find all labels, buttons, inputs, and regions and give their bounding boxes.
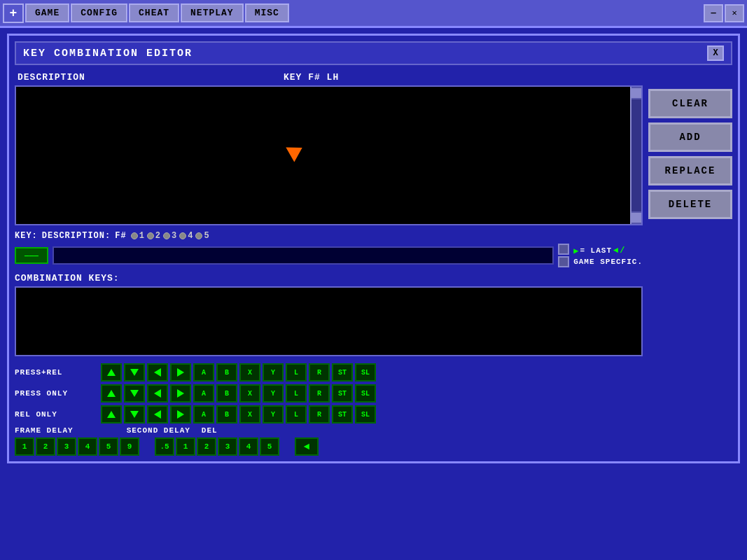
press-rel-y[interactable]: Y bbox=[263, 363, 284, 382]
menu-bar: + GAME CONFIG CHEAT NETPLAY MISC — ✕ bbox=[0, 0, 747, 28]
press-only-a[interactable]: A bbox=[193, 384, 214, 402]
press-only-up[interactable] bbox=[101, 384, 122, 402]
press-only-st[interactable]: ST bbox=[332, 384, 353, 402]
press-rel-a[interactable]: A bbox=[193, 363, 214, 382]
menu-config[interactable]: CONFIG bbox=[71, 4, 127, 22]
up-icon-2 bbox=[107, 390, 116, 397]
minimize-button[interactable]: — bbox=[704, 4, 723, 22]
rel-only-left[interactable] bbox=[147, 405, 168, 424]
press-only-right[interactable] bbox=[170, 384, 191, 402]
delay-buttons-row: 1 2 3 4 5 9 .5 1 2 3 4 5 ◄ bbox=[15, 438, 643, 456]
rel-only-b[interactable]: B bbox=[216, 405, 237, 424]
frame-delay-3[interactable]: 3 bbox=[57, 438, 76, 456]
up-icon bbox=[107, 369, 116, 376]
replace-button[interactable]: REPLACE bbox=[648, 156, 732, 186]
key-value-button[interactable]: ——— bbox=[15, 247, 48, 264]
press-rel-r[interactable]: R bbox=[309, 363, 330, 382]
add-button[interactable]: ADD bbox=[648, 122, 732, 152]
cursor-arrow bbox=[286, 141, 306, 162]
press-only-down[interactable] bbox=[124, 384, 145, 402]
second-delay-3[interactable]: 3 bbox=[218, 438, 237, 456]
vertical-scrollbar[interactable] bbox=[630, 87, 641, 224]
nav-play-icon: ▶ bbox=[573, 246, 578, 256]
delay-back-button[interactable]: ◄ bbox=[295, 438, 319, 456]
scrollbar-thumb-bottom bbox=[631, 213, 641, 223]
press-only-label: PRESS ONLY bbox=[15, 389, 99, 398]
rel-only-x[interactable]: X bbox=[239, 405, 260, 424]
frame-delay-4[interactable]: 4 bbox=[78, 438, 97, 456]
clear-button[interactable]: CLEAR bbox=[648, 89, 732, 118]
col-description-header: DESCRIPTION bbox=[18, 72, 284, 83]
right-icon-2 bbox=[177, 389, 184, 398]
description-input[interactable] bbox=[53, 246, 554, 265]
press-only-y[interactable]: Y bbox=[263, 384, 284, 402]
press-rel-down[interactable] bbox=[124, 363, 145, 382]
press-rel-up[interactable] bbox=[101, 363, 122, 382]
menu-netplay[interactable]: NETPLAY bbox=[181, 4, 244, 22]
scrollbar-thumb-top bbox=[631, 88, 641, 98]
dialog-close-button[interactable]: X bbox=[707, 46, 724, 61]
menu-game[interactable]: GAME bbox=[25, 4, 69, 22]
input-row: ——— ▶ = LAST ◄ / bbox=[15, 244, 643, 267]
press-only-left[interactable] bbox=[147, 384, 168, 402]
title-bar: KEY COMBINATION EDITOR X bbox=[15, 41, 732, 65]
close-window-button[interactable]: ✕ bbox=[725, 4, 744, 22]
second-delay-1[interactable]: 1 bbox=[176, 438, 195, 456]
press-rel-left[interactable] bbox=[147, 363, 168, 382]
list-area bbox=[15, 85, 643, 225]
rel-only-a[interactable]: A bbox=[193, 405, 214, 424]
frame-delay-9[interactable]: 9 bbox=[120, 438, 139, 456]
second-delay-5[interactable]: 5 bbox=[260, 438, 279, 456]
combo-keys-label: COMBINATION KEYS: bbox=[15, 273, 643, 284]
left-icon bbox=[154, 368, 161, 377]
press-only-sl[interactable]: SL bbox=[355, 384, 376, 402]
press-only-l[interactable]: L bbox=[286, 384, 307, 402]
press-only-b[interactable]: B bbox=[216, 384, 237, 402]
checkbox-area bbox=[558, 244, 569, 267]
plus-button[interactable]: + bbox=[3, 4, 24, 23]
rel-only-up[interactable] bbox=[101, 405, 122, 424]
rel-only-y[interactable]: Y bbox=[263, 405, 284, 424]
nav-area: ▶ = LAST ◄ / GAME SPECFIC. bbox=[573, 246, 643, 266]
rel-only-st[interactable]: ST bbox=[332, 405, 353, 424]
press-rel-right[interactable] bbox=[170, 363, 191, 382]
press-rel-label: PRESS+REL bbox=[15, 368, 99, 377]
radio-2[interactable]: 2 bbox=[147, 231, 160, 241]
press-rel-b[interactable]: B bbox=[216, 363, 237, 382]
menu-cheat[interactable]: CHEAT bbox=[129, 4, 179, 22]
radio-group: 1 2 3 4 5 bbox=[131, 231, 209, 241]
press-rel-l[interactable]: L bbox=[286, 363, 307, 382]
down-icon-2 bbox=[130, 390, 139, 397]
rel-only-sl[interactable]: SL bbox=[355, 405, 376, 424]
press-only-r[interactable]: R bbox=[309, 384, 330, 402]
menu-misc[interactable]: MISC bbox=[245, 4, 289, 22]
frame-delay-1[interactable]: 1 bbox=[15, 438, 34, 456]
press-rel-st[interactable]: ST bbox=[332, 363, 353, 382]
checkbox-2[interactable] bbox=[558, 256, 569, 267]
frame-delay-5[interactable]: 5 bbox=[99, 438, 118, 456]
checkbox-1[interactable] bbox=[558, 244, 569, 255]
second-delay-half[interactable]: .5 bbox=[155, 438, 174, 456]
press-only-x[interactable]: X bbox=[239, 384, 260, 402]
second-delay-2[interactable]: 2 bbox=[197, 438, 216, 456]
rel-only-down[interactable] bbox=[124, 405, 145, 424]
down-icon-3 bbox=[130, 411, 139, 418]
press-rel-x[interactable]: X bbox=[239, 363, 260, 382]
radio-3[interactable]: 3 bbox=[163, 231, 176, 241]
radio-5[interactable]: 5 bbox=[195, 231, 209, 241]
radio-1[interactable]: 1 bbox=[131, 231, 144, 241]
radio-4[interactable]: 4 bbox=[179, 231, 193, 241]
rel-only-row: REL ONLY A B X Y L R ST SL bbox=[15, 405, 643, 424]
rel-only-label: REL ONLY bbox=[15, 410, 99, 419]
rel-only-r[interactable]: R bbox=[309, 405, 330, 424]
press-rel-sl[interactable]: SL bbox=[355, 363, 376, 382]
checkbox-box-2 bbox=[558, 256, 569, 267]
rel-only-right[interactable] bbox=[170, 405, 191, 424]
main-window: KEY COMBINATION EDITOR X DESCRIPTION KEY… bbox=[7, 34, 740, 463]
rel-only-l[interactable]: L bbox=[286, 405, 307, 424]
radio-circle-3 bbox=[163, 232, 170, 239]
window-title: KEY COMBINATION EDITOR bbox=[23, 48, 193, 59]
frame-delay-2[interactable]: 2 bbox=[36, 438, 55, 456]
second-delay-4[interactable]: 4 bbox=[239, 438, 258, 456]
delete-button[interactable]: DELETE bbox=[648, 190, 732, 219]
